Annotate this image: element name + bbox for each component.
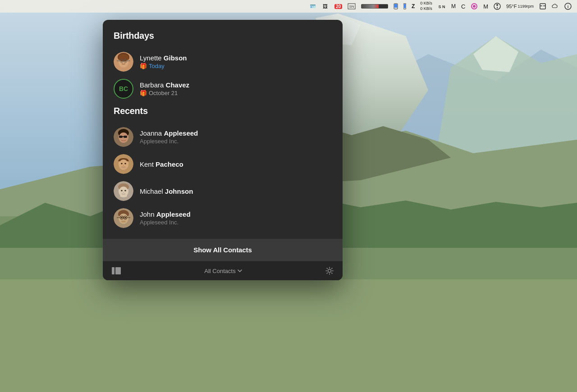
contact-lynette[interactable]: Lynette Gibson 🎁 Today [114,48,332,75]
recents-section: Recents [114,106,332,232]
birthdays-header: Birthdays [114,31,332,41]
chevron-down-icon [238,269,242,273]
recents-header: Recents [114,106,332,116]
menubar-badge[interactable]: 20 [333,4,344,9]
avatar-john [114,208,133,228]
svg-line-79 [332,268,332,269]
menubar-id-icon[interactable]: 🪪 [307,3,318,10]
contact-john[interactable]: John Appleseed Appleseed Inc. [114,205,332,232]
svg-point-60 [120,195,127,197]
contact-john-name: John Appleseed [140,210,191,218]
contact-joanna-company: Appleseed Inc. [140,138,198,145]
contact-lynette-info: Lynette Gibson 🎁 Today [140,54,187,69]
contact-john-company: Appleseed Inc. [140,219,191,226]
gift-icon-barbara: 🎁 [140,90,147,96]
menubar-screenshot-icon[interactable] [537,3,548,10]
contact-barbara-name: Barbara Chavez [140,81,189,89]
contact-lynette-birthday: 🎁 Today [140,63,187,69]
menubar-temp[interactable]: M [449,3,458,9]
svg-point-72 [121,221,126,223]
menubar-sn[interactable]: S N [436,3,448,9]
all-contacts-dropdown[interactable]: All Contacts [204,268,242,274]
svg-point-33 [118,54,129,61]
menubar-screencloud-icon[interactable] [550,3,561,9]
svg-text:i: i [568,5,569,9]
svg-point-65 [121,217,123,219]
svg-line-80 [327,273,327,273]
gift-icon-lynette: 🎁 [140,63,147,69]
menubar-mail-icon[interactable]: M [481,3,490,10]
contact-barbara-info: Barbara Chavez 🎁 October 21 [140,81,189,96]
menubar-z-icon[interactable]: Z [410,3,417,9]
contact-michael-name: Michael Johnson [140,187,193,195]
birthdays-section: Birthdays [114,31,332,102]
svg-point-52 [120,166,127,169]
menubar-ram[interactable] [392,3,400,9]
contacts-popup: Birthdays [103,20,343,280]
menubar-temp-f[interactable]: 95°F1199rpm [504,4,536,9]
contact-joanna-name: Joanna Appleseed [140,129,198,137]
show-all-contacts-button[interactable]: Show All Contacts [103,239,343,261]
menubar-storage[interactable] [402,3,408,9]
contact-kent[interactable]: Kent Pacheco [114,150,332,178]
avatar-lynette [114,52,133,72]
contact-michael[interactable]: Michael Johnson [114,178,332,205]
svg-point-66 [124,217,126,219]
avatar-barbara: BC [114,79,133,99]
contact-barbara[interactable]: BC Barbara Chavez 🎁 October 21 [114,75,332,102]
svg-point-57 [121,190,123,191]
menubar-info-icon[interactable]: i [563,3,573,10]
menubar-c-icon[interactable]: C [459,3,467,10]
svg-point-19 [473,5,476,8]
svg-point-21 [496,4,498,6]
menu-bar: 🪪 🖼 20 SN Z 0 KB/s 0 KB/s [0,0,577,13]
sidebar-toggle-icon[interactable] [112,267,121,274]
avatar-joanna [114,127,133,147]
popup-content: Birthdays [103,20,343,232]
contact-joanna[interactable]: Joanna Appleseed Appleseed Inc. [114,123,332,150]
svg-rect-16 [404,4,406,8]
avatar-michael [114,181,133,201]
svg-point-58 [124,190,126,191]
contact-lynette-name: Lynette Gibson [140,54,187,62]
popup-footer: All Contacts [103,261,343,280]
svg-text:S N: S N [438,5,445,9]
svg-line-77 [327,268,327,269]
menubar-progress[interactable] [359,4,390,9]
svg-point-59 [123,192,124,193]
svg-point-51 [123,165,124,166]
menubar-photo-icon[interactable]: 🖼 [320,3,331,10]
svg-rect-14 [394,4,397,8]
svg-rect-44 [124,136,127,138]
menubar-cpu-icon[interactable]: SN [346,3,357,9]
svg-line-78 [332,273,332,273]
contact-joanna-info: Joanna Appleseed Appleseed Inc. [140,129,198,145]
contact-kent-info: Kent Pacheco [140,160,183,168]
svg-point-49 [121,163,123,164]
svg-rect-10 [0,279,577,392]
avatar-kent [114,154,133,174]
contact-michael-info: Michael Johnson [140,187,193,195]
contact-barbara-birthday: 🎁 October 21 [140,90,189,96]
contact-kent-name: Kent Pacheco [140,160,183,168]
menubar-circle-icon[interactable] [469,3,480,10]
contact-john-info: John Appleseed Appleseed Inc. [140,210,191,226]
menubar-network-stats: 0 KB/s 0 KB/s [418,1,434,11]
svg-rect-43 [119,136,123,138]
svg-rect-23 [540,4,545,9]
svg-text:SN: SN [349,5,354,9]
menubar-mos-icon[interactable] [492,3,503,10]
svg-point-50 [124,163,126,164]
settings-gear-icon[interactable] [325,267,334,275]
